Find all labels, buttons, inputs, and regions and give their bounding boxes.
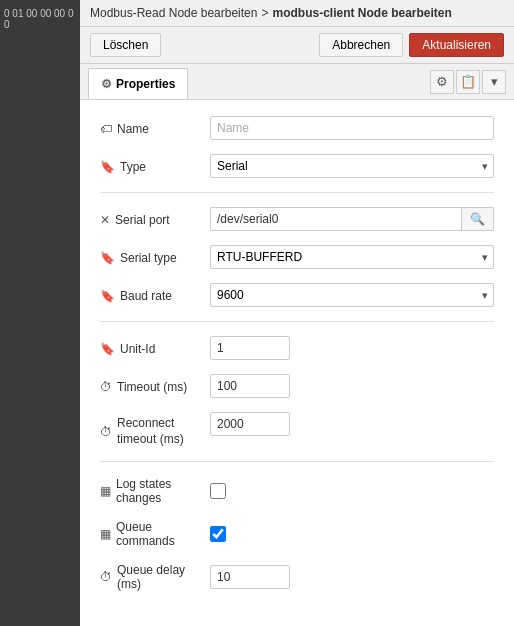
serial-port-icon: ✕: [100, 213, 110, 227]
timeout-icon: ⏱: [100, 380, 112, 394]
name-icon: 🏷: [100, 122, 112, 136]
main-content: Modbus-Read Node bearbeiten > modbus-cli…: [80, 0, 514, 626]
serial-port-input-group: 🔍: [210, 207, 494, 231]
tab-arrow-icon: ▾: [491, 74, 498, 89]
save-button[interactable]: Aktualisieren: [409, 33, 504, 57]
name-label-text: Name: [117, 122, 149, 136]
baud-rate-select[interactable]: 9600 19200 38400 57600 115200: [210, 283, 494, 307]
breadcrumb-separator: >: [261, 6, 268, 20]
serial-type-icon: 🔖: [100, 251, 115, 265]
queue-commands-checkbox[interactable]: [210, 526, 226, 542]
log-states-checkbox-wrapper: [210, 483, 226, 499]
delete-button[interactable]: Löschen: [90, 33, 161, 57]
queue-delay-input[interactable]: [210, 565, 290, 589]
unit-id-row: 🔖 Unit-Id: [100, 336, 494, 360]
sidebar-left: 0 01 00 00 00 00: [0, 0, 80, 626]
serial-port-label: ✕ Serial port: [100, 212, 210, 227]
serial-type-label: 🔖 Serial type: [100, 250, 210, 265]
queue-commands-label: ▦ Queue commands: [100, 519, 210, 548]
reconnect-timeout-input[interactable]: [210, 412, 290, 436]
tab-actions: ⚙ 📋 ▾: [430, 70, 506, 94]
type-label: 🔖 Type: [100, 159, 210, 174]
serial-type-row: 🔖 Serial type RTU-BUFFERD RTU ASCII: [100, 245, 494, 269]
breadcrumb-parent: Modbus-Read Node bearbeiten: [90, 6, 257, 20]
reconnect-timeout-icon: ⏱: [100, 425, 112, 439]
log-states-icon: ▦: [100, 484, 111, 498]
baud-rate-row: 🔖 Baud rate 9600 19200 38400 57600 11520…: [100, 283, 494, 307]
queue-commands-row: ▦ Queue commands: [100, 519, 494, 548]
timeout-row: ⏱ Timeout (ms): [100, 374, 494, 398]
type-select-wrapper: Serial TCP: [210, 154, 494, 178]
serial-port-input[interactable]: [210, 207, 461, 231]
tab-settings-button[interactable]: ⚙: [430, 70, 454, 94]
baud-rate-label: 🔖 Baud rate: [100, 288, 210, 303]
timeout-label: ⏱ Timeout (ms): [100, 379, 210, 394]
queue-delay-row: ⏱ Queue delay (ms): [100, 562, 494, 591]
breadcrumb: Modbus-Read Node bearbeiten > modbus-cli…: [80, 0, 514, 27]
timeout-label-text: Timeout (ms): [117, 380, 187, 394]
log-states-label-text: Log states changes: [116, 477, 210, 505]
cancel-button[interactable]: Abbrechen: [319, 33, 403, 57]
type-select[interactable]: Serial TCP: [210, 154, 494, 178]
tab-copy-icon: 📋: [460, 74, 476, 89]
baud-rate-label-text: Baud rate: [120, 289, 172, 303]
properties-tab-icon: ⚙: [101, 77, 112, 91]
queue-commands-label-text: Queue commands: [116, 520, 210, 548]
tab-properties[interactable]: ⚙ Properties: [88, 68, 188, 99]
reconnect-timeout-row: ⏱ Reconnect timeout (ms): [100, 412, 494, 447]
tab-copy-button[interactable]: 📋: [456, 70, 480, 94]
queue-commands-icon: ▦: [100, 527, 111, 541]
sidebar-text: 0 01 00 00 00 00: [0, 0, 80, 38]
tab-settings-icon: ⚙: [436, 74, 448, 89]
reconnect-label-line2: timeout (ms): [117, 432, 184, 448]
log-states-row: ▦ Log states changes: [100, 476, 494, 505]
serial-port-search-button[interactable]: 🔍: [461, 207, 494, 231]
toolbar: Löschen Abbrechen Aktualisieren: [80, 27, 514, 64]
type-label-text: Type: [120, 160, 146, 174]
form-area: 🏷 Name 🔖 Type Serial TCP ✕ Serial: [80, 100, 514, 626]
type-icon: 🔖: [100, 160, 115, 174]
serial-port-label-text: Serial port: [115, 213, 170, 227]
serial-type-label-text: Serial type: [120, 251, 177, 265]
timeout-input[interactable]: [210, 374, 290, 398]
unit-id-icon: 🔖: [100, 342, 115, 356]
reconnect-label-line1: Reconnect: [117, 416, 184, 432]
unit-id-label: 🔖 Unit-Id: [100, 341, 210, 356]
tabs-bar: ⚙ Properties ⚙ 📋 ▾: [80, 64, 514, 100]
reconnect-timeout-label: ⏱ Reconnect timeout (ms): [100, 412, 210, 447]
divider-3: [100, 461, 494, 462]
serial-type-select-wrapper: RTU-BUFFERD RTU ASCII: [210, 245, 494, 269]
log-states-label: ▦ Log states changes: [100, 476, 210, 505]
baud-rate-select-wrapper: 9600 19200 38400 57600 115200: [210, 283, 494, 307]
baud-rate-icon: 🔖: [100, 289, 115, 303]
tab-arrow-button[interactable]: ▾: [482, 70, 506, 94]
reconnect-timeout-label-text: Reconnect timeout (ms): [117, 416, 184, 447]
tab-properties-label: Properties: [116, 77, 175, 91]
unit-id-label-text: Unit-Id: [120, 342, 155, 356]
name-row: 🏷 Name: [100, 116, 494, 140]
breadcrumb-current: modbus-client Node bearbeiten: [272, 6, 451, 20]
queue-delay-label: ⏱ Queue delay (ms): [100, 562, 210, 591]
unit-id-input[interactable]: [210, 336, 290, 360]
queue-delay-label-text: Queue delay (ms): [117, 563, 210, 591]
name-label: 🏷 Name: [100, 121, 210, 136]
queue-commands-checkbox-wrapper: [210, 526, 226, 542]
type-row: 🔖 Type Serial TCP: [100, 154, 494, 178]
divider-2: [100, 321, 494, 322]
log-states-checkbox[interactable]: [210, 483, 226, 499]
name-input[interactable]: [210, 116, 494, 140]
queue-delay-icon: ⏱: [100, 570, 112, 584]
serial-port-row: ✕ Serial port 🔍: [100, 207, 494, 231]
divider-1: [100, 192, 494, 193]
serial-type-select[interactable]: RTU-BUFFERD RTU ASCII: [210, 245, 494, 269]
